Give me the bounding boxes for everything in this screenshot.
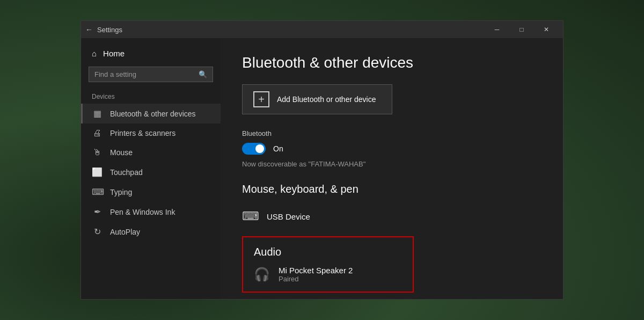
audio-device-item[interactable]: 🎧 Mi Pocket Speaker 2 Paired bbox=[254, 266, 402, 283]
minimize-button[interactable]: ─ bbox=[485, 21, 509, 38]
search-box[interactable]: 🔍 bbox=[89, 67, 213, 82]
sidebar-item-mouse[interactable]: 🖱 Mouse bbox=[81, 143, 221, 162]
usb-device-item[interactable]: ⌨ USB Device bbox=[242, 204, 541, 229]
usb-device-name: USB Device bbox=[267, 212, 310, 221]
sidebar-item-bluetooth-label: Bluetooth & other devices bbox=[110, 110, 196, 118]
bluetooth-icon: ▦ bbox=[92, 108, 103, 119]
settings-window: ← Settings ─ □ ✕ ⌂ Home 🔍 Devices ▦ Blue… bbox=[80, 20, 564, 300]
bluetooth-toggle-label: On bbox=[273, 144, 283, 153]
add-device-button[interactable]: + Add Bluetooth or other device bbox=[242, 84, 392, 114]
title-bar: ← Settings ─ □ ✕ bbox=[81, 21, 563, 38]
search-input[interactable] bbox=[94, 70, 194, 78]
discoverable-text: Now discoverable as "FATIMA-WAHAB" bbox=[242, 160, 541, 168]
sidebar-section-label: Devices bbox=[81, 91, 221, 104]
sidebar-item-typing-label: Typing bbox=[110, 188, 132, 197]
close-button[interactable]: ✕ bbox=[534, 21, 559, 38]
autoplay-icon: ↻ bbox=[92, 227, 103, 237]
pen-icon: ✒ bbox=[92, 207, 103, 217]
audio-device-name: Mi Pocket Speaker 2 bbox=[279, 266, 353, 275]
sidebar-item-printers-label: Printers & scanners bbox=[110, 129, 175, 137]
sidebar-item-typing[interactable]: ⌨ Typing bbox=[81, 182, 221, 202]
mouse-icon: 🖱 bbox=[92, 148, 103, 157]
audio-section-title: Audio bbox=[254, 246, 402, 258]
toggle-thumb bbox=[255, 144, 264, 153]
sidebar: ⌂ Home 🔍 Devices ▦ Bluetooth & other dev… bbox=[81, 38, 221, 299]
window-content: ⌂ Home 🔍 Devices ▦ Bluetooth & other dev… bbox=[81, 38, 563, 299]
touchpad-icon: ⬜ bbox=[92, 167, 103, 177]
page-title: Bluetooth & other devices bbox=[242, 54, 541, 71]
typing-icon: ⌨ bbox=[92, 187, 103, 197]
home-icon: ⌂ bbox=[92, 49, 97, 58]
audio-section: Audio 🎧 Mi Pocket Speaker 2 Paired bbox=[242, 236, 414, 293]
sidebar-item-touchpad[interactable]: ⬜ Touchpad bbox=[81, 162, 221, 182]
search-icon: 🔍 bbox=[199, 70, 207, 78]
plus-icon: + bbox=[253, 91, 269, 107]
headphone-icon: 🎧 bbox=[254, 267, 270, 282]
sidebar-home-label: Home bbox=[103, 49, 125, 58]
sidebar-item-autoplay-label: AutoPlay bbox=[110, 228, 140, 236]
main-content: Bluetooth & other devices + Add Bluetoot… bbox=[221, 38, 563, 299]
sidebar-item-printers[interactable]: 🖨 Printers & scanners bbox=[81, 123, 221, 143]
bluetooth-toggle[interactable] bbox=[242, 143, 266, 155]
maximize-button[interactable]: □ bbox=[509, 21, 534, 38]
sidebar-item-bluetooth[interactable]: ▦ Bluetooth & other devices bbox=[81, 104, 221, 123]
sidebar-item-home[interactable]: ⌂ Home bbox=[81, 45, 221, 62]
sidebar-item-pen-label: Pen & Windows Ink bbox=[110, 208, 175, 216]
audio-device-status: Paired bbox=[279, 275, 353, 283]
sidebar-item-touchpad-label: Touchpad bbox=[110, 168, 143, 177]
window-controls: ─ □ ✕ bbox=[485, 21, 559, 38]
mouse-keyboard-section-title: Mouse, keyboard, & pen bbox=[242, 183, 541, 195]
sidebar-item-autoplay[interactable]: ↻ AutoPlay bbox=[81, 222, 221, 242]
bluetooth-toggle-row: On bbox=[242, 143, 541, 155]
printers-icon: 🖨 bbox=[92, 128, 103, 138]
bluetooth-section-label: Bluetooth bbox=[242, 129, 541, 137]
add-device-label: Add Bluetooth or other device bbox=[277, 95, 376, 104]
back-button[interactable]: ← bbox=[85, 25, 93, 34]
audio-device-info: Mi Pocket Speaker 2 Paired bbox=[279, 266, 353, 283]
sidebar-item-pen[interactable]: ✒ Pen & Windows Ink bbox=[81, 202, 221, 222]
window-title: Settings bbox=[97, 26, 485, 34]
keyboard-icon: ⌨ bbox=[242, 209, 258, 223]
sidebar-item-mouse-label: Mouse bbox=[110, 148, 133, 157]
